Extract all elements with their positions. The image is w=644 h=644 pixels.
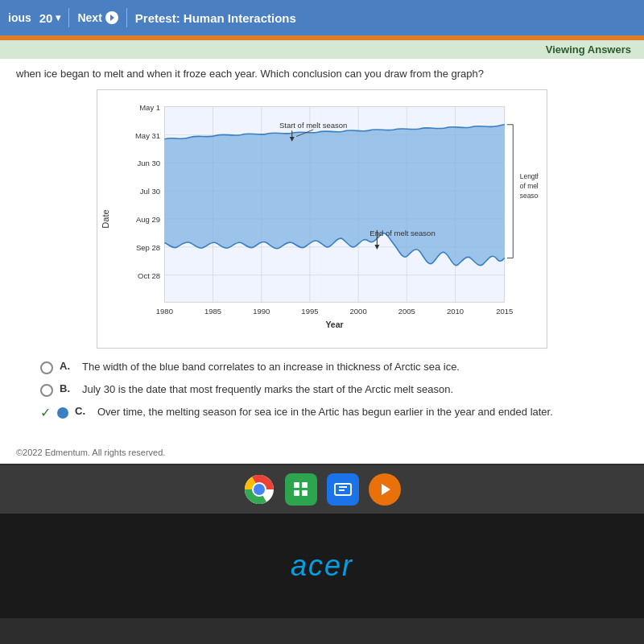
bottom-area: acer [0,514,644,618]
svg-text:May 1: May 1 [139,103,160,112]
svg-text:May 31: May 31 [135,131,160,140]
nav-bar: ious 20 ▾ Next Pretest: Human Interactio… [0,0,644,35]
svg-text:2000: 2000 [350,307,367,316]
green-app-icon[interactable] [285,473,317,506]
svg-text:1985: 1985 [204,307,221,316]
svg-text:season: season [520,192,539,200]
y-axis-label: Date [97,98,114,340]
chart-inner: May 1 May 31 Jun 30 Jul 30 Aug 29 Sep 28… [114,98,539,340]
answer-dot-c[interactable] [57,407,68,419]
svg-text:1995: 1995 [301,307,318,316]
answer-letter-b: B. [60,382,76,394]
viewing-answers-label: Viewing Answers [546,43,631,56]
svg-text:Aug 29: Aug 29 [136,215,160,224]
footer: ©2022 Edmentum. All rights reserved. [0,441,644,464]
svg-text:Sep 28: Sep 28 [136,243,160,252]
answer-radio-a[interactable] [40,361,53,374]
answer-item-a[interactable]: A. The width of the blue band correlates… [40,360,604,374]
taskbar [0,465,644,514]
answer-radio-b[interactable] [40,384,53,397]
svg-text:Oct 28: Oct 28 [138,271,160,280]
svg-rect-48 [294,482,299,488]
nav-title: Pretest: Human Interactions [135,11,296,25]
svg-rect-50 [294,490,299,496]
answers-section: A. The width of the blue band correlates… [16,360,628,420]
svg-text:Jul 30: Jul 30 [140,188,160,196]
answer-item-b[interactable]: B. July 30 is the date that most frequen… [40,382,604,397]
svg-point-47 [254,484,265,495]
nav-divider [68,8,69,27]
chart-container: Date [97,89,547,349]
nav-next[interactable]: Next [77,11,118,24]
answer-letter-a: A. [60,360,76,372]
play-icon[interactable] [369,473,401,506]
svg-marker-55 [382,484,390,495]
chart-svg: May 1 May 31 Jun 30 Jul 30 Aug 29 Sep 28… [114,98,539,336]
blue-app-icon[interactable] [327,473,359,506]
chart-area: Date [97,98,539,340]
svg-text:Jun 30: Jun 30 [138,159,161,168]
nav-divider-2 [126,8,127,27]
svg-text:End of melt season: End of melt season [369,229,435,237]
svg-text:1980: 1980 [156,307,173,316]
svg-text:of melt: of melt [520,182,539,190]
svg-text:Length: Length [520,173,539,181]
svg-rect-49 [302,482,308,488]
answer-text-c: Over time, the melting season for sea ic… [97,405,553,419]
main-content: when ice began to melt and when it froze… [0,59,644,441]
next-arrow-icon [105,11,118,24]
svg-text:Start of melt season: Start of melt season [279,121,347,130]
chrome-icon[interactable] [243,473,275,506]
viewing-answers-bar: Viewing Answers [0,40,644,59]
answer-letter-c: C. [75,405,91,417]
nav-question-num: 20 ▾ [39,11,61,25]
answer-item-c[interactable]: ✓ C. Over time, the melting season for s… [40,405,604,420]
answer-text-a: The width of the blue band correlates to… [82,360,460,374]
nav-prev[interactable]: ious [8,11,31,24]
svg-text:2010: 2010 [447,307,464,316]
svg-text:2005: 2005 [398,307,415,316]
question-text: when ice began to melt and when it froze… [16,67,628,81]
svg-rect-51 [302,490,308,496]
checkmark-icon: ✓ [40,405,51,420]
acer-logo: acer [291,549,353,583]
answer-text-b: July 30 is the date that most frequently… [82,382,453,397]
svg-text:2015: 2015 [496,307,513,316]
svg-text:Year: Year [325,320,343,329]
svg-text:1990: 1990 [253,307,270,316]
